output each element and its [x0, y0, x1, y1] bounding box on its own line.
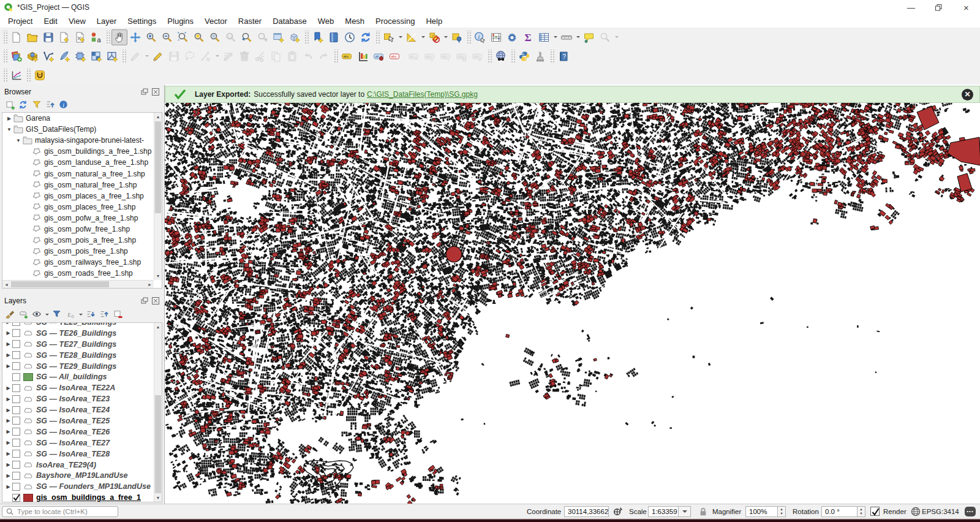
measure-dropdown[interactable] [575, 29, 581, 45]
leye-icon[interactable] [30, 308, 43, 320]
abc-gray2-icon[interactable]: abc [422, 48, 438, 64]
browser-item[interactable]: gis_osm_pofw_free_1.shp [2, 224, 154, 235]
layer-checkbox[interactable] [12, 362, 20, 370]
layer-checkbox[interactable] [12, 439, 20, 447]
layer-item[interactable]: ▶SG — TE27_Buildings [2, 339, 154, 350]
layer-item[interactable]: ▶SG — IsoArea_TE24 [2, 404, 154, 415]
layer-checkbox[interactable] [12, 322, 20, 326]
expander-icon[interactable]: ▶ [5, 116, 13, 121]
zoom-last-icon[interactable] [239, 29, 255, 45]
expander-icon[interactable]: ▶ [4, 473, 12, 478]
pan-arrows-icon[interactable] [127, 29, 143, 45]
browser-item[interactable]: ▼malaysia-singapore-brunei-latest- [2, 135, 154, 146]
menu-project[interactable]: Project [2, 15, 38, 27]
layer-checkbox[interactable] [12, 450, 20, 458]
menu-processing[interactable]: Processing [370, 15, 420, 27]
expander-icon[interactable]: ▶ [4, 341, 12, 347]
measure-icon[interactable] [559, 29, 575, 45]
layer-item[interactable]: SG — All_buildings [2, 371, 154, 382]
vertex-gray-dropdown[interactable] [214, 48, 221, 64]
render-checkbox[interactable] [870, 507, 880, 516]
layers-vscrollbar[interactable]: ▲ ▼ [154, 323, 162, 502]
lcollapse-icon[interactable] [97, 308, 111, 320]
help-icon[interactable]: ? [556, 48, 571, 64]
browser-item[interactable]: gis_osm_buildings_a_free_1.shp [2, 146, 154, 157]
browser-vscrollbar[interactable]: ▲ ▼ [154, 113, 162, 280]
magnifier-spinner[interactable]: ▲▼ [778, 506, 786, 517]
new-spatialite-icon[interactable] [56, 48, 72, 64]
new-gpkg-icon[interactable] [24, 48, 40, 64]
layer-checkbox[interactable] [12, 395, 20, 403]
restore-button[interactable] [925, 0, 952, 15]
lbrush-icon[interactable] [3, 308, 17, 320]
browser-item[interactable]: gis_osm_roads_free_1.shp [2, 268, 154, 279]
browser-close-icon[interactable] [151, 88, 160, 96]
layer-checkbox[interactable] [12, 329, 20, 337]
layer-item[interactable]: ▶SG — IsoArea_TE27 [2, 437, 154, 448]
lexpand-icon[interactable] [84, 308, 97, 320]
rotation-spinner[interactable]: ▲▼ [858, 506, 865, 517]
layers-float-icon[interactable] [140, 297, 149, 305]
expander-icon[interactable]: ▶ [4, 484, 12, 490]
badd-icon[interactable] [3, 99, 17, 111]
menu-settings[interactable]: Settings [122, 15, 162, 27]
new-mesh-icon[interactable] [104, 48, 120, 64]
browser-float-icon[interactable] [140, 88, 149, 96]
crs-globe-icon[interactable] [911, 504, 921, 518]
temporal-icon[interactable] [342, 29, 358, 45]
abc-gray4-icon[interactable]: abc [454, 48, 470, 64]
search-dis-dropdown[interactable] [613, 29, 620, 45]
expander-icon[interactable]: ▶ [4, 363, 12, 369]
paste-gray-icon[interactable] [284, 48, 300, 64]
menu-help[interactable]: Help [420, 15, 448, 27]
label-abc-icon[interactable]: abc [339, 48, 355, 64]
browser-hscrollbar[interactable]: ◄ ► [2, 280, 154, 288]
menu-view[interactable]: View [63, 15, 91, 27]
coordinate-input[interactable]: 30114,33662 [564, 506, 609, 517]
trash-gray-icon[interactable] [236, 48, 252, 64]
expander-icon[interactable]: ▶ [4, 352, 12, 358]
leye-dropdown[interactable] [43, 306, 50, 322]
zoom-full-icon[interactable] [175, 29, 191, 45]
select-dropdown[interactable] [397, 29, 404, 45]
bfilter-icon[interactable] [30, 99, 43, 111]
attr-table-dropdown[interactable] [552, 29, 559, 45]
lremove-icon[interactable] [111, 308, 124, 320]
layer-item[interactable]: ▶SG — IsoArea_TE25 [2, 415, 154, 426]
browser-item[interactable]: gis_osm_places_free_1.shp [2, 202, 154, 213]
new-raster-icon[interactable] [88, 48, 104, 64]
magnifier-input[interactable]: 100% [745, 506, 778, 517]
layer-checkbox[interactable] [12, 406, 20, 414]
bcollapse-icon[interactable] [43, 99, 57, 111]
browser-item[interactable]: gis_osm_pofw_a_free_1.shp [2, 213, 154, 224]
lepsilon-dropdown[interactable] [77, 306, 84, 322]
layer-item[interactable]: ▶SG — IsoArea_TE28 [2, 448, 154, 460]
browser-item[interactable]: gis_osm_landuse_a_free_1.shp [2, 157, 154, 168]
layer-checkbox[interactable] [12, 384, 20, 392]
binfo-icon[interactable]: i [57, 99, 70, 111]
layer-checkbox[interactable] [12, 461, 20, 469]
statistics-icon[interactable]: Σ [520, 29, 536, 45]
layer-checkbox[interactable] [12, 483, 20, 491]
select-location-icon[interactable] [449, 29, 465, 45]
zoom-next-icon[interactable] [255, 29, 271, 45]
message-close-icon[interactable]: ✕ [962, 89, 973, 100]
menu-raster[interactable]: Raster [233, 15, 267, 27]
browser-item[interactable]: ▶Garena [2, 113, 154, 124]
layout-manager-icon[interactable] [72, 29, 88, 45]
layers-close-icon[interactable] [151, 297, 160, 305]
extents-icon[interactable] [612, 504, 624, 518]
pan-icon[interactable] [111, 29, 127, 45]
layer-item[interactable]: ▶SG — TE29_Buildings [2, 361, 154, 372]
layer-item[interactable]: ▶SG — TE28_Buildings [2, 350, 154, 361]
lfilter-icon[interactable] [50, 308, 64, 320]
profile-tool-icon[interactable] [9, 67, 24, 83]
layer-item[interactable]: ▶IsoArea_TE29(4) [2, 460, 154, 471]
expander-icon[interactable]: ▶ [4, 396, 12, 402]
metasearch-icon[interactable] [493, 48, 509, 64]
browser-item[interactable]: gis_osm_railways_free_1.shp [2, 257, 154, 268]
scale-combo-arrow[interactable] [679, 506, 691, 517]
expander-icon[interactable]: ▶ [4, 418, 12, 423]
message-link[interactable]: C:\GIS_DataFiles(Temp)\SG.gpkg [367, 90, 478, 99]
pencil-gray-dropdown[interactable] [143, 48, 150, 64]
